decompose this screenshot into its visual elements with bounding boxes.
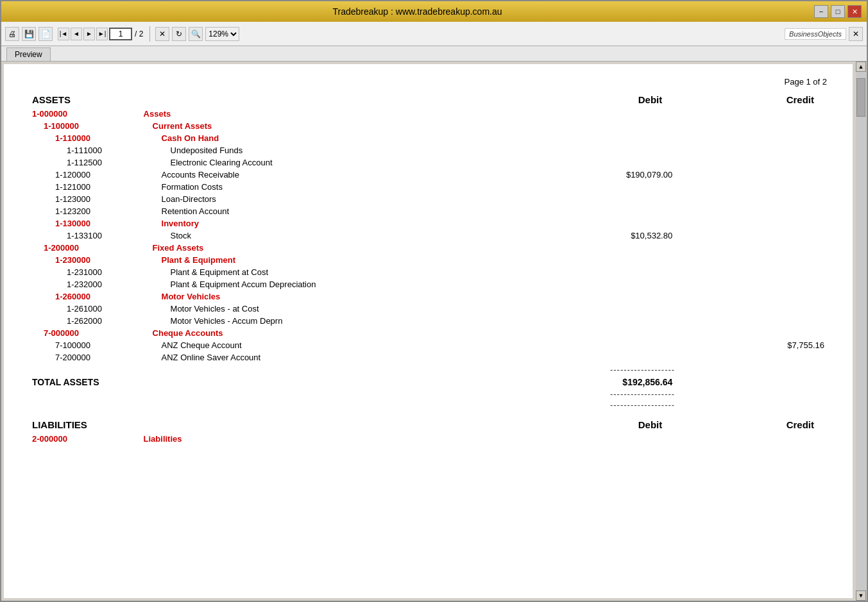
close-button[interactable]: ✕ [847, 5, 862, 18]
scroll-thumb[interactable] [856, 78, 865, 117]
cancel-icon[interactable]: ✕ [155, 27, 169, 41]
account-name: Current Assets [144, 120, 523, 132]
credit-value [675, 181, 827, 193]
biz-objects-logo: BusinessObjects [785, 28, 846, 40]
table-row: 1-111000Undeposited Funds [30, 144, 827, 156]
search-icon[interactable]: 🔍 [189, 27, 203, 41]
toolbar-close-icon[interactable]: ✕ [849, 27, 863, 41]
account-code: 7-100000 [30, 339, 144, 351]
tab-bar: Preview [1, 46, 867, 62]
debit-value [523, 266, 675, 278]
account-name: Plant & Equipment at Cost [144, 266, 523, 278]
account-code: 1-121000 [30, 181, 144, 193]
tab-preview[interactable]: Preview [6, 47, 51, 61]
account-code: 1-231000 [30, 266, 144, 278]
debit-value [523, 339, 675, 351]
account-code: 1-232000 [30, 278, 144, 290]
first-page-button[interactable]: |◄ [58, 28, 69, 40]
credit-value [675, 315, 827, 327]
account-name: Undeposited Funds [144, 144, 523, 156]
debit-value [523, 315, 675, 327]
credit-value [675, 242, 827, 254]
page-input[interactable] [109, 28, 132, 40]
debit-value [523, 120, 675, 132]
pagination-controls: |◄ ◄ ► ►| / 2 [58, 28, 144, 40]
divider-row-3: ------------------- [30, 399, 827, 410]
next-page-button[interactable]: ► [83, 28, 95, 40]
account-name: Fixed Assets [144, 242, 523, 254]
debit-value [523, 181, 675, 193]
table-row: 2-000000Liabilities [30, 433, 827, 445]
account-name: Plant & Equipment Accum Depreciation [144, 278, 523, 290]
account-name: Assets [144, 108, 523, 120]
divider-row-1: ------------------- [30, 364, 827, 376]
divider-line-3: ------------------- [523, 399, 675, 410]
table-row: 1-000000Assets [30, 108, 827, 120]
prev-page-button[interactable]: ◄ [71, 28, 82, 40]
main-window: Tradebreakup : www.tradebreakup.com.au −… [0, 0, 868, 602]
debit-value [523, 217, 675, 230]
refresh-icon[interactable]: ↻ [172, 27, 186, 41]
account-name: Accounts Receivable [144, 169, 523, 181]
table-row: 1-110000Cash On Hand [30, 132, 827, 144]
credit-value [675, 144, 827, 156]
table-row: 1-230000Plant & Equipment [30, 254, 827, 266]
minimize-button[interactable]: − [814, 5, 828, 18]
restore-button[interactable]: □ [831, 5, 845, 18]
table-row: 1-123000Loan-Directors [30, 193, 827, 205]
account-code: 1-200000 [30, 242, 144, 254]
debit-value [523, 278, 675, 290]
debit-value [523, 303, 675, 315]
total-assets-credit [675, 376, 827, 389]
total-assets-row: TOTAL ASSETS $192,856.64 [30, 376, 827, 389]
divider-row-2: ------------------- [30, 389, 827, 399]
toolbar-right: BusinessObjects ✕ [785, 27, 863, 41]
account-name: Liabilities [144, 433, 523, 445]
scroll-down-button[interactable]: ▼ [856, 590, 866, 601]
table-row: 1-120000Accounts Receivable$190,079.00 [30, 169, 827, 181]
last-page-button[interactable]: ►| [96, 28, 108, 40]
credit-value [675, 230, 827, 242]
scroll-up-button[interactable]: ▲ [856, 62, 866, 72]
table-row: 1-121000Formation Costs [30, 181, 827, 193]
table-row: 7-100000ANZ Cheque Account$7,755.16 [30, 339, 827, 351]
total-assets-label: TOTAL ASSETS [30, 376, 144, 389]
account-name: Electronic Clearing Account [144, 156, 523, 169]
scroll-track[interactable] [856, 72, 866, 590]
debit-value [523, 193, 675, 205]
table-row: 1-133100Stock$10,532.80 [30, 230, 827, 242]
table-row: 1-200000Fixed Assets [30, 242, 827, 254]
window-controls: − □ ✕ [814, 5, 862, 18]
debit-value [523, 242, 675, 254]
table-row: 1-112500Electronic Clearing Account [30, 156, 827, 169]
account-code: 1-112500 [30, 156, 144, 169]
zoom-select[interactable]: 129% 100% 75% [205, 27, 239, 41]
account-code: 7-000000 [30, 327, 144, 339]
liabilities-header-row: LIABILITIES Debit Credit [30, 418, 827, 433]
account-name: Motor Vehicles - Accum Deprn [144, 315, 523, 327]
export-icon[interactable]: 📄 [38, 27, 53, 41]
credit-value [675, 120, 827, 132]
debit-value: $10,532.80 [523, 230, 675, 242]
table-row: 7-200000ANZ Online Saver Account [30, 351, 827, 364]
table-row: 1-260000Motor Vehicles [30, 290, 827, 303]
credit-value [675, 303, 827, 315]
debit-value [523, 132, 675, 144]
debit-value [523, 351, 675, 364]
table-row: 1-123200Retention Account [30, 205, 827, 217]
divider-line-1: ------------------- [523, 364, 675, 376]
account-name: Plant & Equipment [144, 254, 523, 266]
table-row: 7-000000Cheque Accounts [30, 327, 827, 339]
account-code: 1-262000 [30, 315, 144, 327]
account-code: 1-120000 [30, 169, 144, 181]
table-row: 1-231000Plant & Equipment at Cost [30, 266, 827, 278]
table-row: 1-262000Motor Vehicles - Accum Deprn [30, 315, 827, 327]
save-icon[interactable]: 💾 [22, 27, 36, 41]
print-icon[interactable]: 🖨 [5, 27, 19, 41]
account-name: Stock [144, 230, 523, 242]
account-code: 1-130000 [30, 217, 144, 230]
account-name: ANZ Cheque Account [144, 339, 523, 351]
assets-header-row: ASSETS Debit Credit [30, 93, 827, 108]
table-row: 1-261000Motor Vehicles - at Cost [30, 303, 827, 315]
credit-value [675, 266, 827, 278]
